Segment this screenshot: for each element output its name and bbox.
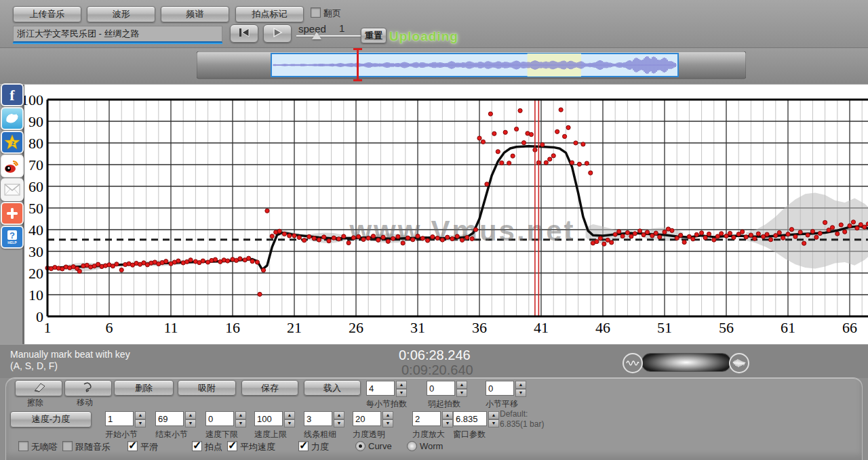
spinner-arrows[interactable]: ▲▼ — [515, 381, 526, 396]
beat-mark-button[interactable]: 拍点标记 — [235, 6, 304, 22]
speed-slider-thumb[interactable] — [312, 32, 321, 39]
smooth-checkbox[interactable] — [127, 441, 138, 451]
no-click-checkbox[interactable] — [18, 441, 28, 451]
tempo-curve-chart[interactable]: www.Vmus.net0102030405060708090100161116… — [24, 85, 868, 344]
beats-per-bar-spinner[interactable]: ▲▼ — [366, 381, 407, 396]
svg-text:100: 100 — [24, 91, 43, 108]
window-param-input[interactable] — [453, 411, 487, 426]
dynamics-scale-input[interactable] — [412, 411, 441, 426]
track-title-field[interactable] — [13, 26, 222, 43]
speed-value: 1 — [339, 22, 344, 34]
spinner-arrows[interactable]: ▲▼ — [442, 411, 453, 426]
svg-text:0: 0 — [36, 308, 43, 325]
svg-text:21: 21 — [287, 319, 302, 336]
spinner-arrows[interactable]: ▲▼ — [382, 411, 393, 426]
spinner-arrows[interactable]: ▲▼ — [284, 411, 295, 426]
email-icon[interactable] — [1, 178, 24, 201]
tempo-dynamics-mode-button[interactable]: 速度-力度 — [10, 411, 92, 427]
bar-shift-input[interactable] — [486, 381, 514, 396]
bar-shift-label: 小节平移 — [486, 398, 518, 410]
speed-slider-track[interactable] — [296, 35, 361, 37]
help-caption: HELP — [7, 241, 16, 245]
svg-text:?: ? — [9, 230, 15, 241]
play-button[interactable] — [263, 24, 292, 43]
spinner-arrows[interactable]: ▲▼ — [334, 411, 344, 426]
svg-text:80: 80 — [28, 135, 43, 152]
share-plus-icon[interactable] — [1, 202, 24, 225]
tempo-max-spinner[interactable]: ▲▼ — [254, 411, 295, 426]
upload-music-button[interactable]: 上传音乐 — [13, 6, 81, 22]
wave-zoom-slider[interactable] — [642, 353, 731, 372]
svg-text:70: 70 — [28, 156, 43, 173]
waveform-playhead-cap-top — [353, 48, 362, 50]
svg-text:36: 36 — [472, 319, 487, 336]
svg-text:51: 51 — [657, 319, 672, 336]
spectrum-button[interactable]: 频谱 — [161, 6, 229, 22]
svg-text:46: 46 — [595, 319, 610, 336]
tempo-min-spinner[interactable]: ▲▼ — [205, 411, 246, 426]
current-time: 0:06:28.246 — [399, 348, 471, 363]
svg-text:90: 90 — [28, 113, 43, 130]
spinner-arrows[interactable]: ▲▼ — [135, 411, 146, 426]
curve-radio[interactable] — [355, 441, 366, 451]
tempo-min-input[interactable] — [205, 411, 234, 426]
spinner-arrows[interactable]: ▲▼ — [235, 411, 246, 426]
svg-text:20: 20 — [28, 265, 43, 282]
help-icon[interactable]: ? HELP — [1, 226, 24, 249]
flip-page-checkbox[interactable] — [311, 7, 321, 18]
top-toolbar: 上传音乐 波形 频谱 拍点标记 翻页 speed 1 重置 Uploading — [0, 0, 868, 48]
dynamics-scale-spinner[interactable]: ▲▼ — [412, 411, 453, 426]
line-thickness-spinner[interactable]: ▲▼ — [304, 411, 344, 426]
start-bar-spinner[interactable]: ▲▼ — [105, 411, 146, 426]
svg-text:66: 66 — [842, 319, 857, 336]
window-param-label: 窗口参数 — [453, 429, 486, 440]
start-bar-input[interactable] — [105, 411, 134, 426]
facebook-icon[interactable]: f — [1, 83, 24, 106]
end-bar-spinner[interactable]: ▲▼ — [155, 411, 196, 426]
waveform-strip — [0, 48, 868, 85]
spinner-arrows[interactable]: ▲▼ — [456, 381, 467, 396]
beat-points-checkbox[interactable] — [192, 441, 202, 451]
pickup-beats-input[interactable] — [427, 381, 455, 396]
pickup-beats-spinner[interactable]: ▲▼ — [427, 381, 467, 396]
reset-button[interactable]: 重置 — [361, 28, 387, 43]
zoom-out-wave-icon[interactable] — [623, 353, 643, 373]
qzone-icon[interactable]: z — [1, 131, 24, 154]
beats-per-bar-input[interactable] — [366, 381, 395, 396]
erase-button[interactable] — [15, 380, 62, 396]
svg-text:6: 6 — [106, 319, 113, 336]
skip-back-button[interactable] — [230, 24, 258, 43]
spinner-arrows[interactable]: ▲▼ — [185, 411, 196, 426]
flip-page-label: 翻页 — [323, 7, 341, 20]
waveform-overview[interactable] — [197, 51, 746, 81]
end-bar-label: 结束小节 — [155, 429, 188, 440]
waveform-playhead[interactable] — [357, 49, 359, 81]
dynamics-checkbox[interactable] — [298, 441, 309, 451]
delete-button[interactable]: 删除 — [114, 380, 174, 396]
bar-shift-spinner[interactable]: ▲▼ — [486, 381, 526, 396]
tempo-max-input[interactable] — [254, 411, 283, 426]
follow-music-checkbox[interactable] — [62, 441, 73, 451]
dynamics-transparency-spinner[interactable]: ▲▼ — [353, 411, 393, 426]
weibo-icon[interactable] — [1, 154, 24, 177]
waveform-playhead-cap-bottom — [353, 79, 362, 81]
dynamics-transparency-input[interactable] — [353, 411, 381, 426]
window-param-spinner[interactable]: ▲▼ — [453, 411, 499, 426]
zoom-in-wave-icon[interactable] — [729, 353, 749, 373]
save-button[interactable]: 保存 — [241, 380, 298, 396]
average-tempo-checkbox[interactable] — [227, 441, 237, 451]
load-button[interactable]: 载入 — [304, 380, 361, 396]
move-button[interactable] — [64, 380, 112, 396]
worm-radio[interactable] — [407, 441, 417, 451]
no-click-label: 无嘀嗒 — [31, 441, 58, 453]
waveform-button[interactable]: 波形 — [87, 6, 155, 22]
curve-radio-label: Curve — [368, 441, 392, 451]
svg-text:1: 1 — [44, 319, 52, 336]
spinner-arrows[interactable]: ▲▼ — [488, 411, 499, 426]
twitter-icon[interactable] — [1, 107, 24, 130]
line-thickness-label: 线条粗细 — [304, 429, 336, 440]
line-thickness-input[interactable] — [304, 411, 332, 426]
snap-button[interactable]: 吸附 — [178, 380, 236, 396]
spinner-arrows[interactable]: ▲▼ — [396, 381, 407, 396]
end-bar-input[interactable] — [155, 411, 184, 426]
